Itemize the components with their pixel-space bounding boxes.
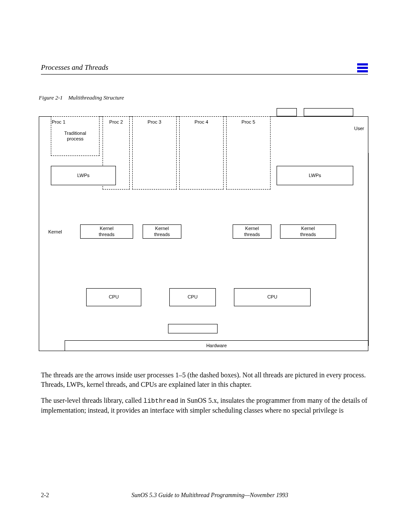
page-header-title: Processes and Threads (41, 63, 108, 72)
kernel-threads-mid-box: Kernelthreads (143, 224, 181, 239)
lwps-left-box: LWPs (51, 166, 116, 185)
hw-sub-box (168, 324, 218, 333)
kernel-threads-r1-label: Kernelthreads (243, 225, 261, 238)
cpu-right-box: CPU (234, 288, 311, 306)
proc4-box: Proc 4 (179, 116, 224, 190)
top-box-1 (277, 108, 297, 116)
paragraph-1: The threads are the arrows inside user p… (41, 370, 368, 389)
traditional-process-label: Traditionalprocess (63, 130, 87, 143)
cpu-mid-box: CPU (169, 288, 216, 306)
footer-doc-title: SunOS 5.3 Guide to Multithread Programmi… (131, 492, 288, 499)
hardware-label: Hardware (206, 342, 228, 349)
proc2-label: Proc 2 (109, 118, 124, 126)
proc3-label: Proc 3 (147, 118, 162, 126)
code-libthread: libthread (143, 398, 178, 405)
proc3-box: Proc 3 (132, 116, 177, 190)
kernel-threads-left-label: Kernelthreads (98, 225, 115, 238)
figure-title: Figure 2-1 Multithreading Structure (39, 94, 124, 101)
figure-number: Figure 2-1 (39, 94, 62, 101)
header-rule (41, 74, 368, 75)
proc4-label: Proc 4 (194, 118, 209, 126)
figure-name: Multithreading Structure (68, 94, 124, 101)
proc5-label: Proc 5 (241, 118, 256, 126)
proc1-label: Proc 1 (51, 118, 101, 126)
kernel-threads-r2-label: Kernelthreads (299, 225, 317, 238)
top-box-2 (304, 108, 353, 116)
lwps-left-label: LWPs (76, 172, 90, 179)
kernel-threads-left-box: Kernelthreads (80, 224, 133, 239)
kernel-threads-r1-box: Kernelthreads (233, 224, 271, 239)
footer-page-number: 2-2 (41, 492, 49, 499)
menu-icon[interactable] (357, 63, 368, 72)
cpu-mid-label: CPU (187, 293, 198, 301)
cpu-right-label: CPU (266, 293, 278, 301)
body-text: The threads are the arrows inside user p… (41, 370, 368, 422)
cpu-left-label: CPU (108, 293, 119, 301)
paragraph-2: The user-level threads library, called l… (41, 396, 368, 415)
lwps-right-box: LWPs (277, 166, 353, 185)
lwps-right-label: LWPs (308, 172, 322, 179)
kernel-threads-mid-label: Kernelthreads (153, 225, 171, 238)
kernel-label: Kernel (47, 228, 63, 236)
kernel-threads-r2-box: Kernelthreads (280, 224, 336, 239)
hardware-box: Hardware (65, 340, 368, 351)
proc5-box: Proc 5 (226, 116, 271, 190)
user-label: User (353, 125, 365, 132)
cpu-left-box: CPU (86, 288, 141, 306)
